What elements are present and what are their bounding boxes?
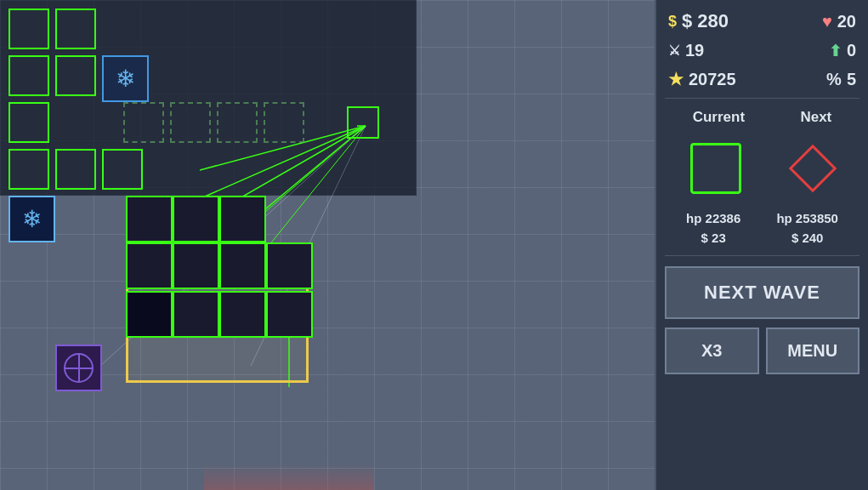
sword-arrow-row: ⚔ 19 ⬆ 0 [665,39,859,62]
x3-button[interactable]: X3 [665,328,759,374]
purple-tower[interactable] [55,345,102,391]
current-hp: hp 22386 [686,211,740,225]
bottom-gradient [204,464,374,490]
empty-cell [347,106,379,139]
empty-cell [9,9,49,49]
arrow-value: 0 [847,41,856,60]
tower-cell-11[interactable] [266,291,313,338]
empty-cell [9,55,49,96]
percent-value: 5 [847,70,856,89]
next-cost: $ 240 [791,231,824,245]
money-icon: $ [668,13,677,31]
empty-cell [55,55,96,96]
divider-1 [665,98,859,99]
hp-row: hp 22386 hp 253850 [668,211,856,225]
empty-cell [9,149,49,190]
next-enemy-icon [789,145,837,193]
next-enemy [791,147,834,190]
tower-cell-1[interactable] [126,196,173,242]
sword-icon: ⚔ [668,43,680,59]
arrow-stat: ⬆ 0 [829,41,856,60]
empty-cell [9,102,49,143]
heart-icon: ♥ [822,12,832,31]
tower-cell-3[interactable] [219,196,266,242]
empty-cell [102,149,143,190]
percent-stat: % 5 [826,70,856,89]
money-stat: $ $ 280 [668,10,729,32]
next-wave-button[interactable]: NEXT WAVE [665,266,859,319]
current-next-labels: Current Next [665,105,859,129]
tower-cell-5[interactable] [173,242,219,289]
tower-cell-2[interactable] [173,196,219,242]
cost-row: $ 23 $ 240 [668,231,856,245]
game-area: ❄ ❄ [0,0,655,490]
money-value: $ 280 [682,10,729,32]
arrow-icon: ⬆ [829,42,842,60]
empty-cell [55,9,96,49]
current-label: Current [693,109,745,126]
percent-icon: % [826,70,842,89]
hud-panel: $ $ 280 ♥ 20 ⚔ 19 ⬆ 0 ★ 20725 % 5 Curren… [655,0,868,490]
enemy-display [665,134,859,202]
sword-stat: ⚔ 19 [668,41,704,60]
tower-cell-10[interactable] [219,291,266,338]
tower-cell-7[interactable] [266,242,313,289]
hearts-stat: ♥ 20 [822,12,856,31]
tower-cell-9[interactable] [173,291,219,338]
snow-tower-2[interactable]: ❄ [9,196,55,242]
next-hp: hp 253850 [776,211,838,225]
empty-cell [55,149,96,190]
divider-2 [665,255,859,256]
dashed-cell [264,102,304,143]
sword-value: 19 [685,41,704,60]
hearts-value: 20 [837,12,856,31]
current-cost: $ 23 [701,231,726,245]
menu-button[interactable]: MENU [766,328,860,374]
current-enemy-icon [690,143,741,194]
star-icon: ★ [668,69,684,89]
dashed-cell [123,102,164,143]
tower-cell-6[interactable] [219,242,266,289]
dashed-cell [217,102,258,143]
bottom-buttons: X3 MENU [665,328,859,374]
tower-cell-8[interactable] [126,291,173,338]
snow-tower[interactable]: ❄ [102,55,149,102]
enemy-stats: hp 22386 hp 253850 $ 23 $ 240 [665,208,859,248]
next-label: Next [800,109,831,126]
tower-cell-4[interactable] [126,242,173,289]
star-value: 20725 [689,70,736,89]
dashed-cell [170,102,211,143]
current-enemy [690,143,741,194]
money-hearts-row: $ $ 280 ♥ 20 [665,9,859,34]
star-percent-row: ★ 20725 % 5 [665,67,859,91]
star-stat: ★ 20725 [668,69,736,89]
